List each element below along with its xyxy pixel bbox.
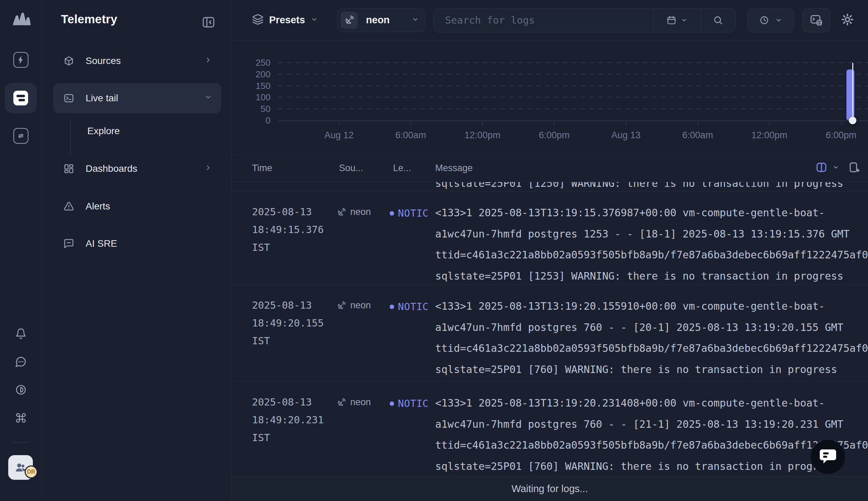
bolt-icon [17,55,25,64]
y-axis-tick-label: 150 [246,81,271,91]
x-axis-tick-label: Aug 13 [599,130,653,141]
log-time: 2025-08-1318:49:15.376IST [252,192,336,256]
gear-icon [840,12,855,27]
add-column-button[interactable] [848,161,860,175]
brand-logo-icon[interactable] [11,10,31,28]
rail-shortcuts [0,412,42,424]
app-root: DR Telemetry Sources [0,0,868,501]
x-axis-tick-label: 12:00pm [455,130,510,141]
x-axis-tick [626,121,626,125]
contrast-icon[interactable] [15,384,27,396]
presets-dropdown[interactable]: Presets [252,14,318,27]
sidebar-item-label: AI SRE [86,238,117,249]
x-axis-tick-label: 6:00pm [527,130,582,141]
avatar-badge: DR [25,466,38,478]
rail-feedback [0,356,42,367]
chevron-right-icon [204,163,212,174]
chevron-right-icon [204,55,212,66]
chart-cursor-handle[interactable] [849,117,856,124]
column-header-source: Sou... [339,154,363,182]
log-row[interactable]: 2025-08-1318:49:20.231ISTneonNOTIC<133>1… [232,382,868,476]
log-timezone: IST [252,332,336,350]
sidebar-item-dashboards[interactable]: Dashboards [53,158,221,179]
rail-pipelines [0,128,42,144]
sidebar-item-live-tail[interactable]: Live tail [53,83,221,113]
icon-rail: DR [0,0,42,501]
x-axis-tick-label: 12:00pm [742,130,797,141]
log-clock: 18:49:20.155 [252,314,336,332]
level-dot-icon [390,305,394,309]
log-source: neon [337,207,389,217]
y-axis-tick-label: 0 [246,115,271,126]
chart-bar[interactable] [846,70,854,120]
sidebar-item-label: Dashboards [86,163,137,174]
chart-gridline [278,62,868,63]
chat-dots-icon[interactable] [15,356,27,367]
log-message: <133>1 2025-08-13T13:19:20.155910+00:00 … [435,285,868,380]
x-axis-tick [482,121,483,125]
log-level-text: NOTIC [398,207,429,219]
query-builder-button[interactable] [802,8,830,32]
clock-icon [759,15,769,25]
y-axis-tick-label: 250 [246,57,271,68]
log-message: <133>1 2025-08-13T13:19:15.376987+00:00 … [435,192,868,286]
log-row[interactable]: 2025-08-1318:49:20.155ISTneonNOTIC<133>1… [232,285,868,382]
chevron-down-icon [681,17,688,24]
add-column-icon [848,161,860,173]
time-range-button[interactable] [748,8,794,32]
log-message-line: <133>1 2025-08-13T13:19:20.231408+00:00 … [435,393,868,414]
sidebar-item-sources[interactable]: Sources [53,51,221,71]
chart-cursor-line[interactable] [852,63,853,120]
columns-view-button[interactable] [815,161,828,175]
search-input[interactable] [434,8,653,32]
settings-button[interactable] [840,12,855,29]
log-message-line: sqlstate=25P01 [760] WARNING: there is n… [435,456,868,476]
collapse-sidebar-button[interactable] [201,15,216,31]
date-range-button[interactable] [653,8,701,32]
sidebar-item-explore[interactable]: Explore [53,121,221,141]
x-axis-tick [698,121,698,125]
x-axis-tick-label: 6:00am [383,130,438,141]
alert-triangle-icon [63,201,74,212]
pipelines-button[interactable] [13,128,29,144]
log-clock: 18:49:15.376 [252,221,336,238]
chat-fab-button[interactable] [811,440,845,474]
log-source-name: neon [350,300,371,311]
x-axis-tick [841,121,841,125]
x-axis-tick-label: 6:00am [670,130,725,141]
getting-started-button[interactable] [13,52,29,68]
logs-nav-button[interactable] [5,83,36,113]
log-source: neon [337,397,389,407]
x-axis-line [278,120,868,121]
x-axis-tick-label: Aug 12 [311,130,367,141]
log-message: <133>1 2025-08-13T13:19:20.231408+00:00 … [435,382,868,476]
rail-divider [12,442,30,443]
log-volume-chart: 050100150200250Aug 126:00am12:00pm6:00pm… [232,40,868,154]
log-message-line: <133>1 2025-08-13T13:19:15.376987+00:00 … [435,202,868,223]
sidebar-item-ai-sre[interactable]: AI SRE [53,233,221,254]
log-source-name: neon [350,397,371,407]
log-row[interactable]: 2025-08-1318:49:15.376ISTneonNOTIC<133>1… [232,192,868,285]
chart-gridline [278,86,868,86]
command-icon[interactable] [15,412,27,424]
log-level-text: NOTIC [398,398,429,409]
chevron-down-icon[interactable] [833,164,839,172]
log-time: 2025-08-1318:49:20.155IST [252,285,336,350]
service-name: neon [366,14,390,26]
antenna-icon [337,207,346,217]
clipped-log-row[interactable]: sqlstate=25P01 [1250] WARNING: there is … [232,182,868,192]
bell-icon[interactable] [15,328,27,340]
y-axis-tick-label: 100 [246,92,271,102]
chevron-down-icon [412,16,419,25]
log-message-line: <133>1 2025-08-13T13:19:20.155910+00:00 … [435,296,868,317]
sidebar-item-alerts[interactable]: Alerts [53,196,221,217]
waiting-status: Waiting for logs... [511,483,588,494]
antenna-icon [341,12,358,29]
log-level-text: NOTIC [398,301,429,312]
sidebar-item-label: Live tail [86,93,118,104]
service-select[interactable]: neon [337,8,426,32]
run-search-button[interactable] [701,8,735,32]
log-message-line: a1wc47un-7hmfd postgres 760 - - [21-1] 2… [435,414,868,435]
x-axis-tick [769,121,770,125]
log-message-line: a1wc47un-7hmfd postgres 1253 - - [18-1] … [435,223,868,245]
